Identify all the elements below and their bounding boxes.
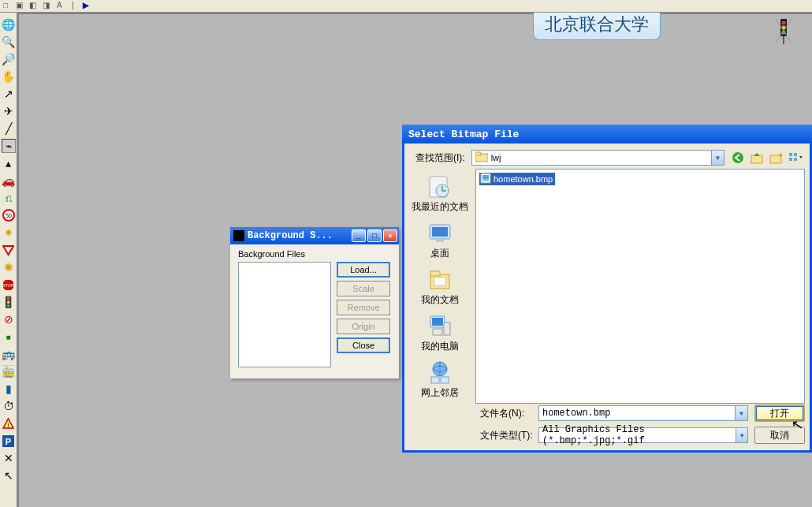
- svg-marker-2: [3, 246, 13, 255]
- slash-icon[interactable]: ╱: [2, 121, 16, 136]
- play-icon[interactable]: ▶: [80, 1, 91, 12]
- scale-button: Scale: [337, 281, 390, 296]
- cancel-button[interactable]: 取消: [754, 427, 805, 444]
- place-computer[interactable]: 我的电脑: [421, 311, 459, 355]
- dropdown-icon[interactable]: ▼: [711, 151, 724, 165]
- car-icon[interactable]: 🚗: [2, 173, 16, 188]
- place-recent[interactable]: 我最近的文档: [412, 172, 468, 215]
- road-icon[interactable]: ⌁: [2, 139, 16, 153]
- maximize-button[interactable]: □: [367, 229, 382, 242]
- up-icon[interactable]: [750, 151, 764, 165]
- top-toolbar: □ ▣ ◧ ◨ A | ▶: [0, 0, 812, 13]
- speed-limit-icon[interactable]: 50: [2, 208, 16, 222]
- svg-rect-42: [482, 175, 489, 179]
- pointer-icon[interactable]: ▴: [2, 156, 16, 170]
- svg-text:!: !: [7, 422, 9, 429]
- background-files-listbox[interactable]: [238, 262, 331, 367]
- svg-rect-37: [433, 329, 442, 335]
- place-network[interactable]: 网上邻居: [421, 358, 459, 401]
- svg-rect-29: [432, 227, 448, 237]
- spark-icon[interactable]: ✷: [2, 226, 16, 240]
- svg-text:STOP: STOP: [3, 283, 14, 288]
- pointer2-icon[interactable]: ↖: [2, 468, 16, 483]
- svg-rect-33: [434, 278, 445, 285]
- toolbar-icon[interactable]: □: [0, 1, 11, 12]
- load-button[interactable]: Load...: [337, 262, 390, 278]
- places-bar: 我最近的文档 桌面 我的文档 我的电脑 网上邻居: [404, 169, 475, 404]
- zoom-out-icon[interactable]: 🔎: [2, 52, 16, 66]
- svg-rect-32: [430, 271, 440, 276]
- new-folder-icon[interactable]: ✶: [769, 151, 783, 165]
- traffic-light-icon[interactable]: 🚦: [2, 295, 16, 309]
- svg-text:✶: ✶: [778, 151, 782, 159]
- bmp-file-icon: [480, 173, 491, 185]
- timer-icon[interactable]: ⏱: [2, 399, 16, 413]
- tram-icon[interactable]: 🚋: [2, 364, 16, 378]
- place-desktop[interactable]: 桌面: [426, 218, 453, 262]
- route-icon[interactable]: ⎌: [2, 191, 16, 205]
- minimize-button[interactable]: _: [352, 229, 366, 242]
- parking-icon[interactable]: P: [2, 434, 16, 448]
- svg-rect-23: [794, 153, 797, 156]
- back-icon[interactable]: [731, 151, 745, 165]
- background-settings-dialog: Background S... _ □ ✕ Background Files L…: [230, 227, 399, 378]
- filename-label: 文件名(N):: [475, 407, 538, 420]
- file-open-dialog: Select Bitmap File 查找范围(I): lwj ▼ ✶ 我最近的…: [402, 125, 812, 453]
- traffic-light-sprite: [776, 19, 792, 43]
- filetype-value: All Graphics Files (*.bmp;*.jpg;*.gif: [542, 424, 736, 446]
- svg-rect-36: [444, 322, 450, 335]
- svg-rect-25: [794, 158, 797, 161]
- org-banner: 北京联合大学: [533, 13, 661, 40]
- toolbar-icon[interactable]: ▣: [13, 1, 24, 12]
- toolbar-divider: |: [67, 1, 78, 12]
- blue-bar-icon[interactable]: ▮: [2, 382, 16, 396]
- dialog-title: Background S...: [248, 230, 333, 241]
- file-dialog-titlebar[interactable]: Select Bitmap File: [402, 125, 812, 144]
- svg-rect-17: [475, 152, 481, 155]
- globe-icon[interactable]: 🌐: [2, 17, 16, 32]
- background-files-label: Background Files: [238, 249, 394, 259]
- arrow-icon[interactable]: ↗: [2, 87, 16, 101]
- svg-rect-35: [432, 318, 443, 326]
- svg-text:P: P: [6, 437, 11, 446]
- dialog-titlebar[interactable]: Background S... _ □ ✕: [230, 227, 399, 244]
- file-item-name: hometown.bmp: [494, 174, 553, 184]
- look-in-combo[interactable]: lwj ▼: [471, 150, 724, 166]
- warning-icon[interactable]: !: [2, 416, 16, 431]
- filetype-combo[interactable]: All Graphics Files (*.bmp;*.jpg;*.gif ▼: [538, 427, 748, 443]
- toolbar-icon[interactable]: A: [54, 1, 65, 12]
- file-list[interactable]: hometown.bmp: [475, 169, 805, 404]
- pan-icon[interactable]: ✋: [2, 69, 16, 84]
- svg-rect-13: [783, 36, 784, 44]
- filename-value: hometown.bmp: [542, 408, 610, 419]
- close-window-button[interactable]: ✕: [383, 229, 397, 242]
- svg-rect-19: [751, 155, 762, 163]
- sign-icon[interactable]: ■: [2, 330, 16, 344]
- no-entry-icon[interactable]: ⊘: [2, 312, 16, 326]
- zoom-in-icon[interactable]: 🔍: [2, 35, 16, 49]
- stop-icon[interactable]: STOP: [2, 278, 16, 292]
- svg-rect-39: [431, 377, 439, 383]
- open-button[interactable]: 打开: [754, 404, 805, 422]
- folder-icon: [475, 151, 488, 164]
- toolbar-icon[interactable]: ◧: [27, 1, 38, 12]
- spark2-icon[interactable]: ✺: [2, 260, 16, 274]
- dropdown-icon[interactable]: ▼: [736, 428, 747, 442]
- svg-rect-22: [789, 153, 792, 156]
- cross-icon[interactable]: ✕: [2, 451, 16, 465]
- filetype-label: 文件类型(T):: [475, 429, 538, 442]
- svg-rect-30: [436, 239, 444, 242]
- filename-input[interactable]: hometown.bmp ▼: [538, 405, 748, 421]
- yield-icon[interactable]: [2, 243, 16, 257]
- close-button[interactable]: Close: [337, 337, 390, 353]
- bus-icon[interactable]: 🚌: [2, 347, 16, 361]
- toolbar-icon[interactable]: ◨: [40, 1, 51, 12]
- file-item-selected[interactable]: hometown.bmp: [479, 173, 555, 185]
- place-documents[interactable]: 我的文档: [421, 265, 459, 308]
- plane-icon[interactable]: ✈: [2, 104, 16, 118]
- dialog-icon: [233, 230, 244, 241]
- svg-point-18: [732, 152, 743, 163]
- views-icon[interactable]: [788, 151, 802, 165]
- svg-text:50: 50: [6, 213, 12, 218]
- dropdown-icon[interactable]: ▼: [735, 406, 747, 420]
